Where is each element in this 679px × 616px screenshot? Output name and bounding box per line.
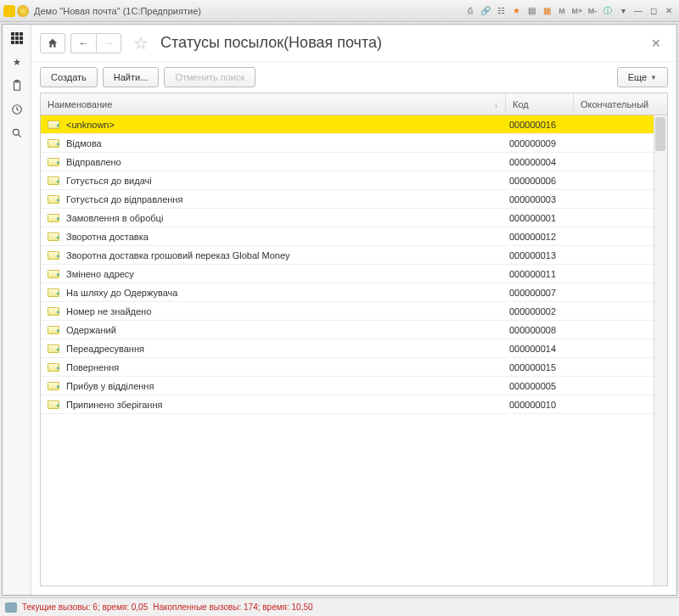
cell-name: Відмова xyxy=(41,138,506,148)
app-icon-round xyxy=(17,5,29,17)
titlebar-controls: ⎙ 🔗 ☷ ★ ▤ ▦ M M+ M- ⓘ ▾ — ◻ ✕ xyxy=(463,5,676,17)
cell-name: Одержаний xyxy=(41,325,506,335)
cell-name: Прибув у відділення xyxy=(41,381,506,391)
cell-code: 000000010 xyxy=(506,400,574,410)
cell-code: 000000015 xyxy=(506,362,574,372)
scrollbar[interactable] xyxy=(654,115,667,585)
statusbar: Текущие вызовы: 6; время: 0,05 Накопленн… xyxy=(0,597,679,616)
favorites-icon[interactable]: ★ xyxy=(10,55,24,69)
cell-code: 000000006 xyxy=(506,176,574,186)
tb-mminus-button[interactable]: M- xyxy=(586,5,599,17)
table-row[interactable]: Замовлення в обробці000000001 xyxy=(41,209,667,227)
chevron-down-icon: ▼ xyxy=(650,74,657,81)
item-icon xyxy=(48,120,59,129)
cell-code: 000000007 xyxy=(506,288,574,298)
maximize-button[interactable]: ◻ xyxy=(647,5,660,17)
status-accumulated: Накопленные вызовы: 174; время: 10,50 xyxy=(153,602,312,612)
close-window-button[interactable]: ✕ xyxy=(662,5,676,17)
table-body[interactable]: <unknown>000000016Відмова000000009Відпра… xyxy=(41,115,667,585)
titlebar: Демо "Новая почта" (1С:Предприятие) ⎙ 🔗 … xyxy=(0,0,679,22)
search-icon[interactable] xyxy=(10,126,24,140)
back-button[interactable]: ← xyxy=(70,33,96,53)
table-row[interactable]: <unknown>000000016 xyxy=(41,115,667,134)
tb-m-button[interactable]: M xyxy=(555,5,569,17)
item-icon xyxy=(48,382,59,390)
apps-icon[interactable] xyxy=(10,31,24,45)
table-row[interactable]: Прибув у відділення000000005 xyxy=(41,377,667,395)
home-button[interactable] xyxy=(40,33,65,53)
cell-name: Готується до видачі xyxy=(41,176,506,186)
app-window: Демо "Новая почта" (1С:Предприятие) ⎙ 🔗 … xyxy=(0,0,679,616)
tb-dropdown-icon[interactable]: ▾ xyxy=(616,5,630,17)
close-tab-button[interactable]: ✕ xyxy=(644,33,668,53)
table-header: Наименование ↓ Код Окончательный xyxy=(41,93,667,115)
item-icon xyxy=(48,195,59,204)
cell-code: 000000004 xyxy=(506,157,574,167)
tb-calendar-icon[interactable]: ▦ xyxy=(540,5,553,17)
cell-code: 000000013 xyxy=(506,250,574,260)
table-row[interactable]: Одержаний000000008 xyxy=(41,321,667,339)
tb-star-icon[interactable]: ★ xyxy=(509,5,523,17)
table-row[interactable]: Зворотна доставка грошовий переказ Globa… xyxy=(41,246,667,265)
page-title: Статусы посылок(Новая почта) xyxy=(160,34,639,52)
minimize-button[interactable]: — xyxy=(631,5,645,17)
clipboard-icon[interactable] xyxy=(10,79,24,92)
table-row[interactable]: Відмова000000009 xyxy=(41,134,667,153)
history-icon[interactable] xyxy=(10,103,24,116)
main-area: ← → ☆ Статусы посылок(Новая почта) ✕ Соз… xyxy=(31,25,676,595)
tb-link-icon[interactable]: 🔗 xyxy=(479,5,492,17)
tb-print-icon[interactable]: ⎙ xyxy=(463,5,477,17)
tb-mplus-button[interactable]: M+ xyxy=(570,5,584,17)
cell-name: Готується до відправлення xyxy=(41,194,506,204)
tb-calc-icon[interactable]: ▤ xyxy=(525,5,538,17)
item-icon xyxy=(48,214,59,222)
item-icon xyxy=(48,363,59,372)
col-final[interactable]: Окончательный xyxy=(574,93,667,115)
sidebar: ★ xyxy=(3,25,31,595)
more-button[interactable]: Еще ▼ xyxy=(617,67,668,87)
table-row[interactable]: Готується до видачі000000006 xyxy=(41,171,667,190)
table-row[interactable]: Номер не знайдено000000002 xyxy=(41,302,667,321)
col-name[interactable]: Наименование ↓ xyxy=(41,93,506,115)
cell-code: 000000014 xyxy=(506,344,574,354)
table-row[interactable]: Готується до відправлення000000003 xyxy=(41,190,667,209)
table-row[interactable]: Повернення000000015 xyxy=(41,358,667,377)
table: Наименование ↓ Код Окончательный <unknow… xyxy=(40,92,668,586)
cell-name: <unknown> xyxy=(41,120,506,130)
find-button[interactable]: Найти... xyxy=(103,67,160,87)
col-code[interactable]: Код xyxy=(506,93,574,115)
scrollbar-thumb[interactable] xyxy=(655,117,665,151)
table-row[interactable]: Переадресування000000014 xyxy=(41,339,667,358)
table-row[interactable]: Змінено адресу000000011 xyxy=(41,265,667,283)
nav-group: ← → xyxy=(70,33,121,53)
item-icon xyxy=(48,307,59,316)
tb-info-icon[interactable]: ⓘ xyxy=(601,5,614,17)
item-icon xyxy=(48,139,59,148)
table-row[interactable]: На шляху до Одержувача000000007 xyxy=(41,283,667,302)
table-row[interactable]: Відправлено000000004 xyxy=(41,153,667,171)
cell-code: 000000005 xyxy=(506,381,574,391)
cell-name: Припинено зберігання xyxy=(41,400,506,410)
forward-button[interactable]: → xyxy=(96,33,121,53)
toolbar: Создать Найти... Отменить поиск Еще ▼ xyxy=(31,62,676,92)
cell-name: На шляху до Одержувача xyxy=(41,288,506,298)
item-icon xyxy=(48,344,59,353)
sort-indicator: ↓ xyxy=(495,100,499,109)
item-icon xyxy=(48,176,59,185)
cell-code: 000000008 xyxy=(506,325,574,335)
cell-code: 000000011 xyxy=(506,269,574,279)
item-icon xyxy=(48,288,59,297)
create-button[interactable]: Создать xyxy=(40,67,98,87)
cell-code: 000000001 xyxy=(506,213,574,223)
cancel-search-button[interactable]: Отменить поиск xyxy=(164,67,255,87)
tb-chart-icon[interactable]: ☷ xyxy=(494,5,508,17)
item-icon xyxy=(48,400,59,409)
more-label: Еще xyxy=(628,72,647,82)
favorite-star-icon[interactable]: ☆ xyxy=(133,33,149,53)
status-icon[interactable] xyxy=(5,602,17,613)
table-row[interactable]: Припинено зберігання000000010 xyxy=(41,395,667,414)
svg-line-4 xyxy=(18,135,20,137)
item-icon xyxy=(48,270,59,278)
table-row[interactable]: Зворотна доставка000000012 xyxy=(41,227,667,246)
cell-code: 000000012 xyxy=(506,232,574,242)
